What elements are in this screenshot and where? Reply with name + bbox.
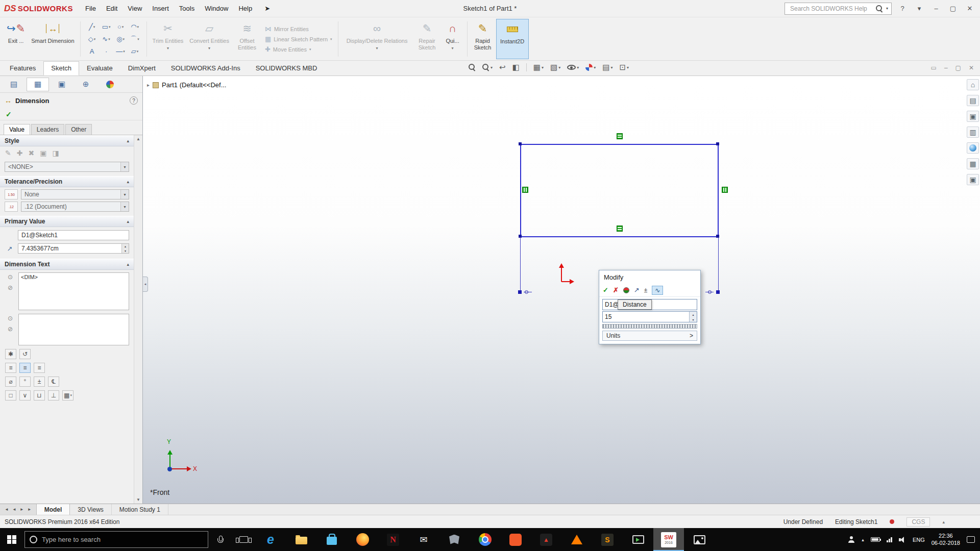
file-explorer-button[interactable]: ▣: [967, 111, 979, 122]
edit-appearance-button[interactable]: ▾: [585, 64, 596, 71]
taskbar-edge[interactable]: e: [255, 528, 286, 551]
accept-button[interactable]: ✓: [603, 286, 608, 294]
dropdown-caret-icon[interactable]: ▾: [376, 46, 378, 51]
display-style-button[interactable]: ▧▾: [550, 63, 560, 72]
line-tool-button[interactable]: ╱▾: [85, 21, 99, 33]
units-dropdown[interactable]: Units >: [602, 331, 697, 341]
tab-dimxpert[interactable]: DimXpert: [120, 61, 163, 76]
tab-evaluate[interactable]: Evaluate: [79, 61, 120, 76]
justify-center-button[interactable]: ≡: [19, 363, 31, 373]
tab-configuration-manager[interactable]: ▣: [51, 78, 73, 91]
tab-sketch[interactable]: Sketch: [43, 61, 79, 76]
delete-style-button[interactable]: ✖: [28, 149, 34, 157]
dropdown-caret-icon[interactable]: ▾: [491, 65, 493, 70]
hide-show-items-button[interactable]: ▾: [567, 65, 579, 70]
collapse-chevron-icon[interactable]: ▴: [127, 179, 129, 184]
tab-dimxpert-manager[interactable]: ⊕: [75, 78, 97, 91]
smart-dimension-button[interactable]: ↔ Smart Dimension: [29, 19, 77, 59]
collapse-chevron-icon[interactable]: ▴: [127, 138, 129, 143]
doc-close-button[interactable]: ✕: [969, 64, 974, 71]
dropdown-caret-icon[interactable]: ▾: [309, 47, 311, 52]
doc-restore-button[interactable]: ▢: [955, 64, 961, 71]
taskbar-clock[interactable]: 22:36 06-02-2018: [932, 533, 960, 547]
units-expand-icon[interactable]: >: [690, 332, 693, 339]
countersink-symbol-button[interactable]: ∨: [19, 390, 31, 400]
perpendicular-symbol-button[interactable]: ⊥: [48, 390, 59, 400]
panel-scrollbar[interactable]: ▲ ▼: [134, 135, 142, 504]
exit-sketch-button[interactable]: ↪✎ Exit ...: [4, 19, 28, 59]
subtab-other[interactable]: Other: [65, 124, 92, 135]
tolerance-section-header[interactable]: Tolerance/Precision ▴: [0, 176, 134, 187]
tab-solidworks-addins[interactable]: SOLIDWORKS Add-Ins: [163, 61, 248, 76]
appearances-scenes-button[interactable]: [967, 142, 979, 154]
modify-value-field[interactable]: ▴ ▾: [602, 311, 697, 322]
dimension-text-section-header[interactable]: Dimension Text ▴: [0, 259, 134, 270]
spinner-down-icon[interactable]: ▾: [122, 248, 129, 253]
horizontal-relation-badge[interactable]: [617, 133, 623, 139]
scroll-last-button[interactable]: ►: [28, 507, 32, 512]
circle-tool-button[interactable]: ○▾: [114, 21, 128, 33]
custom-properties-button[interactable]: ▦: [967, 158, 979, 169]
modify-value-spinner[interactable]: ▴ ▾: [689, 312, 697, 322]
taskbar-photos[interactable]: [684, 528, 715, 551]
tolerance-type-dropdown[interactable]: None ▾: [21, 189, 129, 199]
load-style-button[interactable]: ◨: [52, 149, 59, 157]
square-symbol-button[interactable]: □: [5, 390, 16, 400]
value-spinner[interactable]: ▴ ▾: [121, 244, 129, 253]
help-button[interactable]: ?: [896, 5, 909, 12]
dropdown-caret-icon[interactable]: ▾: [330, 37, 332, 41]
tab-features[interactable]: Features: [2, 61, 43, 76]
status-pin-icon[interactable]: [890, 519, 894, 524]
repair-sketch-button[interactable]: ✎ Repair Sketch: [414, 19, 440, 59]
action-center-icon[interactable]: [967, 536, 975, 543]
apply-default-style-button[interactable]: ✎: [5, 149, 11, 157]
dropdown-caret-icon[interactable]: ▾: [109, 25, 111, 29]
collapse-chevron-icon[interactable]: ▴: [127, 219, 129, 224]
dimension-value-input[interactable]: [21, 245, 121, 252]
text-position-icon[interactable]: ⊘: [8, 325, 13, 333]
dropdown-caret-icon[interactable]: ▾: [577, 65, 579, 70]
spin-increment-icon[interactable]: ±: [644, 287, 648, 294]
sketch-vertex[interactable]: [519, 142, 522, 145]
dropdown-caret-icon[interactable]: ▾: [137, 25, 139, 29]
restore-button[interactable]: ▢: [947, 5, 959, 12]
slot-tool-button[interactable]: ▱▾: [128, 45, 142, 57]
add-symbol-button[interactable]: ✱: [5, 349, 16, 359]
design-library-button[interactable]: ▤: [967, 95, 979, 106]
dimension-name-input[interactable]: [21, 232, 129, 239]
sketch-line-bottom[interactable]: [520, 236, 719, 237]
taskbar-store[interactable]: [316, 528, 347, 551]
help-search-input[interactable]: [790, 5, 873, 12]
tab-feature-manager[interactable]: ▤: [3, 78, 25, 91]
diameter-symbol-button[interactable]: ⌀: [5, 377, 16, 387]
section-view-button[interactable]: ◧: [512, 63, 520, 72]
battery-icon[interactable]: [871, 537, 880, 542]
tab-motion-study-1[interactable]: Motion Study 1: [112, 504, 168, 515]
dropdown-caret-icon[interactable]: ▾: [627, 65, 629, 70]
add-style-button[interactable]: ✚: [17, 149, 23, 157]
dropdown-caret-icon[interactable]: ▾: [167, 46, 169, 51]
text-tool-button[interactable]: A: [85, 45, 99, 57]
text-position-icon[interactable]: ⊙: [8, 273, 13, 281]
reverse-direction-icon[interactable]: ↗: [634, 286, 640, 294]
dropdown-caret-icon[interactable]: ▾: [594, 65, 596, 70]
taskbar-orange-app[interactable]: [500, 528, 531, 551]
thumbwheel-slider[interactable]: [602, 324, 697, 329]
scroll-right-button[interactable]: ►: [20, 507, 24, 512]
quick-snaps-button[interactable]: ∩ Qui... ▾: [442, 19, 464, 59]
doc-pane-button[interactable]: ▭: [931, 64, 937, 71]
scroll-first-button[interactable]: ◄: [5, 507, 9, 512]
sketch-vertex[interactable]: [716, 142, 719, 145]
taskbar-firefox[interactable]: [347, 528, 378, 551]
degree-symbol-button[interactable]: °: [19, 377, 31, 387]
taskbar-chrome[interactable]: [470, 528, 500, 551]
primary-value-section-header[interactable]: Primary Value ▴: [0, 216, 134, 227]
linear-sketch-pattern-button[interactable]: ▦ Linear Sketch Pattern ▾: [265, 35, 332, 43]
menu-help[interactable]: Help: [233, 3, 257, 14]
taskbar-search-box[interactable]: [24, 531, 208, 548]
display-delete-relations-button[interactable]: ∞ Display/Delete Relations ▾: [341, 19, 413, 59]
tray-overflow-chevron-icon[interactable]: ▴: [862, 537, 864, 542]
spinner-down-icon[interactable]: ▾: [690, 317, 697, 322]
view-orientation-button[interactable]: ▦▾: [533, 63, 544, 72]
menu-pin-icon[interactable]: ➤: [259, 3, 275, 14]
